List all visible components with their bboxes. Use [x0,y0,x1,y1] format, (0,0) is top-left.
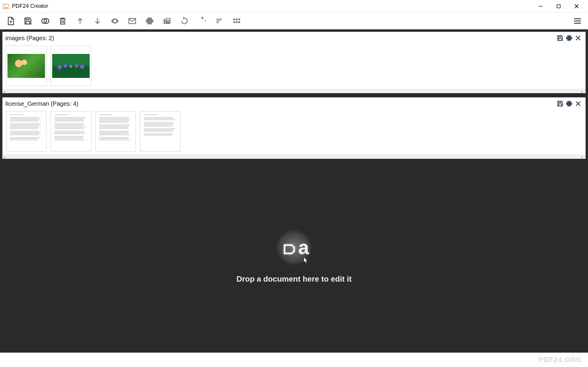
move-down-button[interactable] [91,14,104,28]
rotate-left-button[interactable] [178,14,191,28]
fax-button[interactable] [160,14,174,28]
svg-rect-38 [559,38,562,40]
window-maximize-button[interactable] [550,0,568,13]
footer-brand: PDF24.ORG [539,356,582,364]
svg-rect-13 [61,19,65,24]
document-save-button[interactable] [556,99,565,108]
svg-rect-31 [234,21,235,23]
document-save-button[interactable] [556,34,565,43]
svg-point-24 [169,21,170,22]
grid-view-button[interactable] [230,14,243,28]
email-button[interactable] [125,14,139,28]
titlebar: PDF PDF24 Creator [0,0,588,13]
page-thumbnail[interactable] [51,46,91,86]
horizontal-scrollbar[interactable]: ◂ ▸ [2,155,586,159]
delete-button[interactable] [56,14,70,28]
thumbnail-strip [2,109,586,155]
svg-rect-28 [234,19,235,20]
drop-zone[interactable]: ⫐a Drop a document here to edit it [2,163,586,350]
drop-zone-text: Drop a document here to edit it [236,274,351,284]
scroll-right-icon[interactable]: ▸ [581,155,584,158]
rotate-right-button[interactable] [195,14,209,28]
svg-text:PDF: PDF [4,7,8,9]
drop-zone-icon: ⫐a [276,229,312,265]
main-toolbar [0,13,588,29]
document-close-button[interactable] [574,34,583,43]
svg-rect-33 [238,21,240,23]
svg-rect-37 [559,36,561,37]
page-thumbnail[interactable] [6,111,46,152]
document-title: license_German (Pages: 4) [5,100,78,107]
document-panel: images (Pages: 2) ◂ ▸ [2,32,586,93]
page-thumbnail[interactable] [6,46,46,86]
window-title: PDF24 Creator [12,3,48,9]
document-close-button[interactable] [574,99,583,108]
svg-rect-4 [557,4,560,8]
svg-point-1 [4,4,6,5]
move-up-button[interactable] [73,14,87,28]
document-header: images (Pages: 2) [2,32,586,43]
document-print-button[interactable] [565,34,574,43]
svg-rect-30 [238,19,240,20]
sort-button[interactable] [212,14,226,28]
svg-rect-21 [166,19,170,20]
preview-button[interactable] [108,14,122,28]
svg-point-22 [167,21,168,22]
horizontal-scrollbar[interactable]: ◂ ▸ [2,89,586,93]
svg-rect-9 [26,18,29,20]
document-panel: license_German (Pages: 4) [2,97,586,159]
new-file-button[interactable] [4,14,17,28]
svg-rect-41 [559,101,561,103]
window-minimize-button[interactable] [532,0,550,13]
app-icon: PDF [2,3,10,10]
page-thumbnail[interactable] [95,111,136,152]
document-title: images (Pages: 2) [5,35,54,42]
page-thumbnail[interactable] [51,111,91,152]
svg-rect-29 [236,19,238,20]
save-button[interactable] [21,14,35,28]
page-thumbnail[interactable] [140,111,181,152]
svg-rect-10 [26,21,30,24]
svg-rect-19 [164,19,165,24]
thumbnail-strip [2,43,586,89]
merge-button[interactable] [38,14,52,28]
footer: PDF24.ORG [0,353,588,367]
document-header: license_German (Pages: 4) [2,97,586,109]
svg-rect-32 [236,21,238,23]
window-close-button[interactable] [568,0,586,13]
print-button[interactable] [143,14,157,28]
svg-point-23 [168,21,169,22]
scroll-right-icon[interactable]: ▸ [581,90,584,93]
hamburger-menu-button[interactable] [571,14,584,28]
scroll-left-icon[interactable]: ◂ [4,155,7,158]
workspace: images (Pages: 2) ◂ ▸ license_German (Pa… [0,29,588,353]
cursor-icon [303,256,310,264]
document-print-button[interactable] [565,99,574,108]
svg-rect-42 [559,104,562,106]
scroll-left-icon[interactable]: ◂ [4,90,7,93]
